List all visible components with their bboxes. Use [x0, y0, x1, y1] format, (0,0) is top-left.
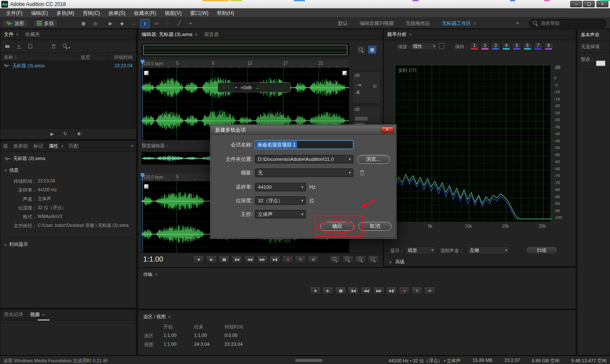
- panel-menu-icon[interactable]: ≡: [195, 32, 197, 37]
- time-display-section-header[interactable]: ▸时间显示: [5, 237, 133, 248]
- fade-handle-icon[interactable]: [144, 71, 149, 75]
- panel-menu-icon[interactable]: ≡: [474, 21, 476, 26]
- menu-item[interactable]: 视图(V): [161, 8, 185, 18]
- play-icon[interactable]: ▶: [50, 131, 54, 137]
- pause-button[interactable]: ▮▮: [335, 287, 346, 295]
- video-display-icon[interactable]: ▣: [79, 19, 88, 28]
- go-to-previous-button[interactable]: ▮◀: [231, 255, 242, 263]
- delete-template-icon[interactable]: [359, 169, 365, 176]
- bit-depth-select[interactable]: 32（浮点）: [255, 196, 306, 205]
- skip-selection-button[interactable]: ⇄: [424, 287, 435, 295]
- file-list[interactable]: 无标题 (3).wma23:23.04: [0, 61, 136, 128]
- knob-icon[interactable]: ◔: [234, 85, 237, 91]
- hold-button-6[interactable]: 6: [523, 42, 532, 50]
- link-button[interactable]: L: [372, 83, 378, 89]
- menu-item[interactable]: 多轨(M): [53, 8, 78, 18]
- editor-zoom-out-button[interactable]: [342, 255, 353, 263]
- hold-button-5[interactable]: 5: [512, 42, 521, 50]
- scan-button[interactable]: 扫描: [526, 246, 557, 254]
- workspace-tab[interactable]: 编辑音频到视频: [360, 20, 394, 27]
- file-row[interactable]: 无标题 (3).wma23:23.04: [0, 61, 136, 70]
- timeline-ruler[interactable]: 120.0 bpm 59131721: [141, 60, 349, 68]
- workspace-overflow-icon[interactable]: »: [516, 20, 519, 26]
- dialog-titlebar[interactable]: 新建多轨会话 ×: [211, 125, 396, 135]
- tab-history[interactable]: 历史记录: [4, 312, 23, 318]
- menu-item[interactable]: 窗口(W): [187, 8, 212, 18]
- browse-button[interactable]: 浏览…: [358, 155, 390, 164]
- menu-item[interactable]: 帮助(H): [214, 8, 238, 18]
- trash-icon[interactable]: [51, 44, 56, 50]
- folder-location-select[interactable]: D:\Documents\Adobe\Audition\11.0: [255, 155, 353, 163]
- panel-menu-icon[interactable]: ≡: [168, 314, 171, 319]
- playhead-line[interactable]: [142, 60, 143, 140]
- paintbrush-selection-tool-icon[interactable]: ╱: [175, 19, 184, 28]
- close-button[interactable]: ×: [596, 1, 608, 7]
- panel-tab-器[interactable]: 器: [3, 143, 8, 149]
- master-select[interactable]: 立体声: [255, 210, 306, 218]
- advanced-section-header[interactable]: ▸高级: [390, 259, 405, 265]
- editor-zoom-out-horizontal-button[interactable]: [368, 255, 379, 263]
- cd-layout-icon[interactable]: ◎: [91, 19, 100, 28]
- rewind-button[interactable]: ◀◀: [360, 287, 372, 295]
- hold-button-3[interactable]: 3: [491, 42, 500, 50]
- zoom-overview-button[interactable]: [357, 45, 366, 54]
- menu-item[interactable]: 剪辑(C): [79, 8, 103, 18]
- graph-options-icon[interactable]: [439, 43, 444, 49]
- loop-button[interactable]: ↻: [295, 255, 306, 263]
- status-scrollbar[interactable]: [295, 359, 322, 362]
- panel-tab-标记[interactable]: 标记: [33, 143, 43, 149]
- stop-button[interactable]: ■: [193, 255, 204, 263]
- minimize-button[interactable]: –: [570, 1, 582, 7]
- tab-frequency-analysis[interactable]: 频率分析≡: [387, 31, 412, 38]
- top-channel-select[interactable]: 左侧: [467, 246, 509, 254]
- open-file-icon[interactable]: [5, 44, 10, 50]
- preset-select[interactable]: [596, 61, 605, 66]
- tab-essential-sound[interactable]: 基本声音: [581, 32, 599, 37]
- go-to-next-button[interactable]: ▶▮: [269, 255, 280, 263]
- menu-item[interactable]: 文件(F): [3, 8, 26, 18]
- fast-forward-button[interactable]: ▶▶: [257, 255, 268, 263]
- marquee-selection-tool-icon[interactable]: ▭: [152, 19, 161, 28]
- panel-menu-icon[interactable]: ≡: [42, 312, 45, 317]
- dialog-close-button[interactable]: ×: [381, 127, 394, 133]
- hold-button-1[interactable]: 1: [470, 42, 479, 50]
- overview-selection[interactable]: [143, 45, 347, 55]
- panel-tab-效果组[interactable]: 效果组: [14, 143, 28, 149]
- razor-tool-icon[interactable]: ◆: [117, 19, 127, 28]
- menu-item[interactable]: 收藏夹(R): [130, 8, 160, 18]
- panel-tab-匹配[interactable]: 匹配: [69, 143, 79, 149]
- hold-button-8[interactable]: 8: [544, 42, 553, 50]
- panel-tab-属性[interactable]: 属性≡: [49, 143, 64, 149]
- rewind-button[interactable]: ◀◀: [244, 255, 255, 263]
- import-icon[interactable]: [16, 44, 22, 50]
- tab-mixer[interactable]: 混音器: [204, 31, 219, 38]
- gain-hud[interactable]: ⋮⋮ ◔ +0dB ↔: [218, 83, 291, 92]
- playhead-line-2[interactable]: [142, 173, 143, 253]
- pause-button[interactable]: ▮▮: [219, 255, 230, 263]
- workspace-tab[interactable]: 默认: [338, 20, 348, 27]
- search-help-input[interactable]: 搜索帮助: [529, 19, 607, 28]
- workspace-tab[interactable]: 无标题工作区≡: [442, 20, 476, 27]
- play-button[interactable]: ▶: [322, 287, 333, 295]
- template-select[interactable]: 无: [255, 168, 353, 177]
- multitrack-view-button[interactable]: 多轨: [33, 19, 58, 28]
- menu-item[interactable]: 编辑(E): [28, 8, 51, 18]
- waveform-view-button[interactable]: 波形: [3, 19, 28, 28]
- panel-menu-icon[interactable]: ≡: [409, 32, 412, 37]
- panel-overflow-icon[interactable]: »: [131, 143, 133, 148]
- move-playhead-tool-icon[interactable]: ▶: [106, 19, 115, 28]
- stop-button[interactable]: ■: [310, 287, 321, 295]
- menu-item[interactable]: 效果(S): [105, 8, 129, 18]
- tab-favorites[interactable]: 收藏夹: [25, 31, 40, 38]
- workspace-tab[interactable]: 无线电作品: [406, 20, 430, 27]
- info-section-header[interactable]: ▾信息: [5, 167, 19, 174]
- hold-button-2[interactable]: 2: [480, 42, 490, 50]
- display-select[interactable]: 线形: [405, 246, 435, 254]
- tab-editor[interactable]: 编辑器: 无标题 (3).wma≡: [141, 31, 197, 38]
- panel-menu-icon[interactable]: ≡: [61, 144, 64, 149]
- skip-selection-button[interactable]: ⇄: [308, 255, 319, 263]
- fast-forward-button[interactable]: ▶▶: [373, 287, 384, 295]
- play-button[interactable]: ▶: [206, 255, 217, 263]
- hold-button-4[interactable]: 4: [502, 42, 511, 50]
- tab-video[interactable]: 视频≡: [30, 312, 45, 318]
